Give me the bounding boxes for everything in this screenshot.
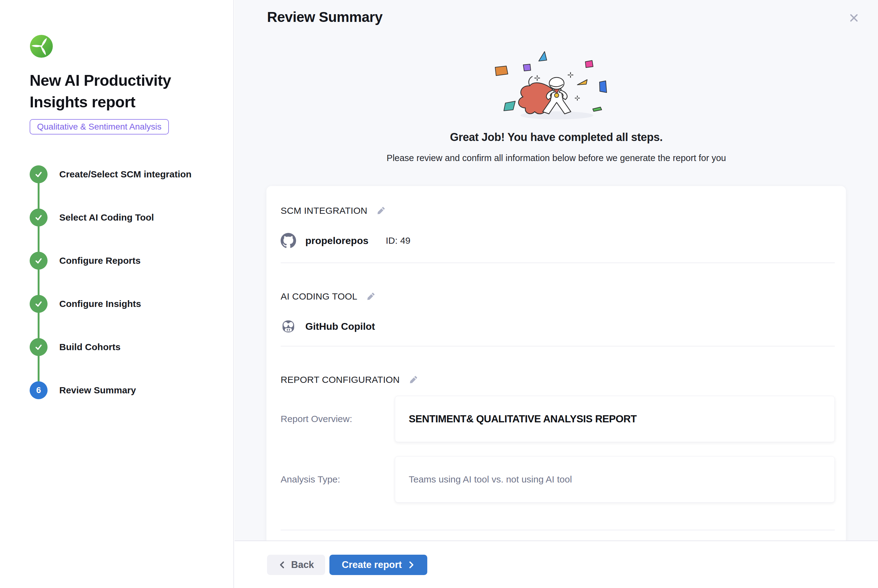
github-icon [281,233,296,248]
close-icon [848,12,860,24]
edit-scm-button[interactable] [376,205,386,216]
celebration-illustration [479,46,633,126]
step-label: Configure Reports [59,255,140,266]
section-divider [281,262,835,263]
ai-tool-section-label: AI CODING TOOL [281,291,357,302]
check-icon [30,208,48,226]
propeller-logo-icon [30,34,53,58]
wizard-title: New AI Productivity Insights report [30,70,196,113]
analysis-type-row: Analysis Type: Teams using AI tool vs. n… [281,456,835,502]
check-icon [30,295,48,313]
congrats-heading: Great Job! You have completed all steps. [235,131,878,144]
create-report-button[interactable]: Create report [329,555,427,575]
step-label: Build Cohorts [59,342,120,352]
footer-bar: Back Create report [235,540,878,588]
copilot-icon [281,319,296,334]
step-label: Configure Insights [59,298,141,309]
ai-tool-name: GitHub Copilot [305,321,375,332]
edit-pencil-icon [409,375,418,385]
step-label: Review Summary [59,385,136,396]
edit-report-config-button[interactable] [408,374,419,386]
scm-integration-row: propelorepos ID: 49 [281,233,835,248]
report-config-section-label: REPORT CONFIGURATION [281,375,400,385]
step-label: Create/Select SCM integration [59,169,191,180]
scm-integration-id: ID: 49 [386,236,410,246]
step-list: Create/Select SCM integration Select AI … [30,153,215,412]
report-overview-label: Report Overview: [281,414,395,424]
step-item-select-ai-coding-tool[interactable]: Select AI Coding Tool [30,196,215,239]
scm-integration-name: propelorepos [305,235,368,246]
edit-pencil-icon [366,291,376,302]
report-type-badge: Qualitative & Sentiment Analysis [30,119,169,135]
check-icon [30,252,48,270]
chevron-left-icon [278,560,286,570]
section-divider [281,530,835,530]
analysis-type-label: Analysis Type: [281,474,395,484]
ai-tool-section-header: AI CODING TOOL [281,291,835,302]
step-number: 6 [36,386,41,395]
edit-pencil-icon [376,206,386,216]
step-item-build-cohorts[interactable]: Build Cohorts [30,326,215,369]
step-item-configure-insights[interactable]: Configure Insights [30,282,215,326]
analysis-type-value: Teams using AI tool vs. not using AI too… [395,456,835,502]
check-icon [30,338,48,356]
sidebar: New AI Productivity Insights report Qual… [0,0,234,588]
review-summary-panel: Review Summary [235,0,878,540]
step-item-configure-reports[interactable]: Configure Reports [30,239,215,282]
step-item-review-summary[interactable]: 6 Review Summary [30,369,215,412]
close-button[interactable] [846,10,861,25]
congrats-subheading: Please review and confirm all informatio… [235,153,878,163]
step-number-badge: 6 [30,381,48,399]
step-label: Select AI Coding Tool [59,212,154,223]
step-item-create-select-scm-integration[interactable]: Create/Select SCM integration [30,153,215,196]
section-divider [281,346,835,346]
page-title: Review Summary [267,9,382,25]
report-overview-value: SENTIMENT& QUALITATIVE ANALYSIS REPORT [395,396,835,442]
report-config-section-header: REPORT CONFIGURATION [281,374,835,386]
edit-ai-tool-button[interactable] [365,291,376,302]
back-button-label: Back [291,559,314,570]
report-overview-row: Report Overview: SENTIMENT& QUALITATIVE … [281,396,835,442]
chevron-right-icon [407,560,415,570]
check-icon [30,165,48,183]
create-report-label: Create report [342,559,402,570]
back-button[interactable]: Back [267,555,325,575]
ai-tool-row: GitHub Copilot [281,319,835,334]
scm-section-header: SCM INTEGRATION [281,186,835,216]
scm-section-label: SCM INTEGRATION [281,206,367,216]
summary-card: SCM INTEGRATION propelorepos ID: 49 [266,186,846,540]
